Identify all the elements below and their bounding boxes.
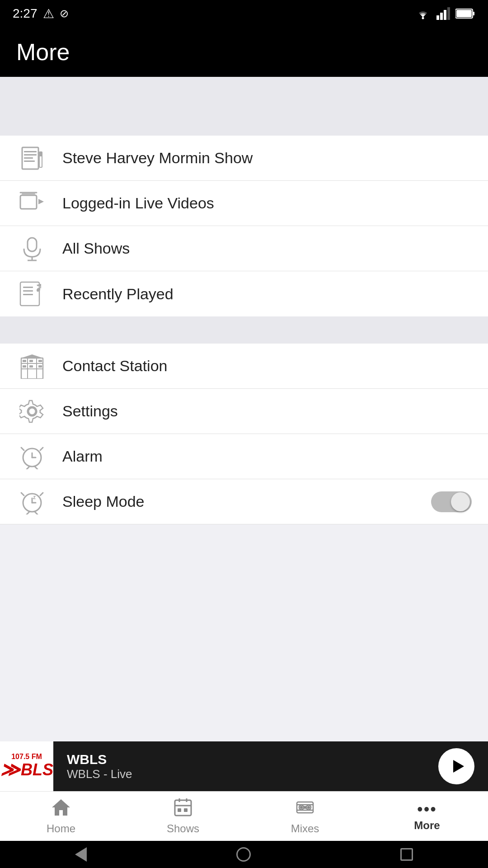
page-title: More (16, 38, 70, 66)
nav-item-more[interactable]: ••• More (366, 792, 488, 841)
svg-line-42 (21, 448, 24, 450)
nav-item-shows[interactable]: Shows (122, 792, 244, 841)
gear-icon (16, 396, 48, 427)
svg-rect-3 (444, 10, 446, 20)
svg-rect-34 (23, 365, 26, 368)
svg-rect-12 (24, 160, 35, 162)
status-time: 2:27 (13, 6, 38, 21)
nav-label-mixes: Mixes (291, 822, 319, 835)
menu-item-live-videos[interactable]: Logged-in Live Videos (0, 181, 488, 226)
svg-rect-19 (28, 238, 37, 251)
svg-marker-37 (21, 354, 43, 358)
svg-rect-33 (38, 360, 42, 362)
svg-rect-61 (184, 808, 188, 812)
home-icon (51, 797, 71, 821)
wbls-name: BLS (21, 762, 53, 778)
svg-line-45 (35, 467, 38, 469)
menu-item-contact-station[interactable]: Contact Station (0, 344, 488, 389)
mixes-icon (295, 797, 315, 821)
svg-rect-69 (303, 806, 307, 809)
svg-marker-54 (453, 760, 464, 773)
mini-player-title: WBLS (67, 752, 438, 767)
blocked-icon: ⊘ (60, 7, 69, 20)
svg-rect-23 (23, 287, 33, 288)
svg-rect-60 (178, 808, 181, 812)
svg-rect-2 (440, 13, 443, 20)
back-button[interactable] (75, 847, 87, 862)
menu-section-1: Steve Harvey Mormin Show Logged-in Live … (0, 136, 488, 316)
svg-point-64 (300, 807, 302, 808)
svg-text:z: z (33, 494, 36, 500)
menu-section-2: Contact Station Settings Alarm (0, 344, 488, 524)
nav-label-more: More (414, 819, 440, 832)
warning-icon: ⚠ (43, 6, 54, 21)
svg-line-52 (35, 512, 38, 514)
home-button[interactable] (236, 847, 251, 862)
android-nav-bar (0, 841, 488, 868)
svg-rect-11 (24, 157, 33, 159)
menu-item-steve-harvey[interactable]: Steve Harvey Mormin Show (0, 136, 488, 181)
signal-icon (436, 7, 450, 20)
svg-rect-4 (447, 7, 450, 20)
more-dots-icon: ••• (417, 801, 437, 817)
newspaper-icon (16, 142, 48, 174)
microphone-icon (16, 233, 48, 264)
svg-rect-9 (24, 151, 37, 152)
top-spacer (0, 77, 488, 136)
alarm-clock-icon (16, 441, 48, 472)
menu-item-alarm[interactable]: Alarm (0, 434, 488, 479)
svg-point-38 (28, 408, 36, 415)
svg-line-51 (27, 512, 29, 514)
svg-rect-31 (23, 360, 26, 362)
page-header: More (0, 27, 488, 77)
svg-rect-14 (39, 152, 42, 156)
svg-marker-55 (52, 799, 70, 816)
play-icon (450, 758, 466, 774)
svg-rect-35 (29, 365, 33, 368)
mini-player[interactable]: WBLS WBLS - Live (53, 741, 488, 791)
battery-icon (455, 8, 475, 19)
menu-item-sleep-mode[interactable]: z Sleep Mode (0, 479, 488, 524)
station-logo: 107.5 FM ≫ BLS (0, 741, 53, 791)
svg-rect-32 (29, 360, 33, 362)
svg-line-43 (40, 448, 43, 450)
bottom-nav: Home Shows (0, 791, 488, 841)
sleep-mode-label-area: z Sleep Mode (16, 486, 431, 518)
status-left: 2:27 ⚠ ⊘ (13, 6, 69, 21)
menu-label-recently-played: Recently Played (62, 285, 174, 303)
menu-label-contact-station: Contact Station (62, 357, 167, 375)
menu-label-steve-harvey: Steve Harvey Mormin Show (62, 149, 253, 167)
recents-button[interactable] (400, 848, 413, 861)
section-spacer (0, 316, 488, 344)
menu-label-live-videos: Logged-in Live Videos (62, 194, 214, 212)
svg-point-0 (422, 17, 424, 19)
nav-label-home: Home (47, 822, 75, 835)
menu-label-settings: Settings (62, 402, 118, 420)
svg-line-44 (27, 467, 29, 469)
svg-marker-18 (38, 199, 44, 204)
svg-rect-6 (473, 12, 474, 15)
menu-label-alarm: Alarm (62, 448, 103, 465)
svg-point-66 (308, 807, 310, 808)
nav-item-mixes[interactable]: Mixes (244, 792, 366, 841)
status-right (415, 7, 475, 20)
sleep-mode-icon: z (16, 486, 48, 518)
building-icon (16, 350, 48, 382)
mini-player-info: WBLS WBLS - Live (67, 752, 438, 781)
video-icon (16, 188, 48, 219)
status-bar: 2:27 ⚠ ⊘ (0, 0, 488, 27)
svg-rect-15 (20, 195, 37, 209)
wifi-icon (415, 7, 431, 20)
menu-label-sleep-mode: Sleep Mode (62, 493, 144, 510)
shows-icon (173, 797, 193, 821)
toggle-knob (451, 492, 470, 511)
sleep-mode-toggle[interactable] (431, 491, 472, 512)
menu-item-recently-played[interactable]: Recently Played (0, 271, 488, 316)
svg-line-49 (21, 493, 24, 495)
mini-player-subtitle: WBLS - Live (67, 767, 438, 781)
nav-item-home[interactable]: Home (0, 792, 122, 841)
menu-item-settings[interactable]: Settings (0, 389, 488, 434)
mini-player-play-button[interactable] (438, 748, 474, 784)
wbls-logo-text: 107.5 FM ≫ BLS (0, 753, 53, 779)
menu-item-all-shows[interactable]: All Shows (0, 226, 488, 271)
